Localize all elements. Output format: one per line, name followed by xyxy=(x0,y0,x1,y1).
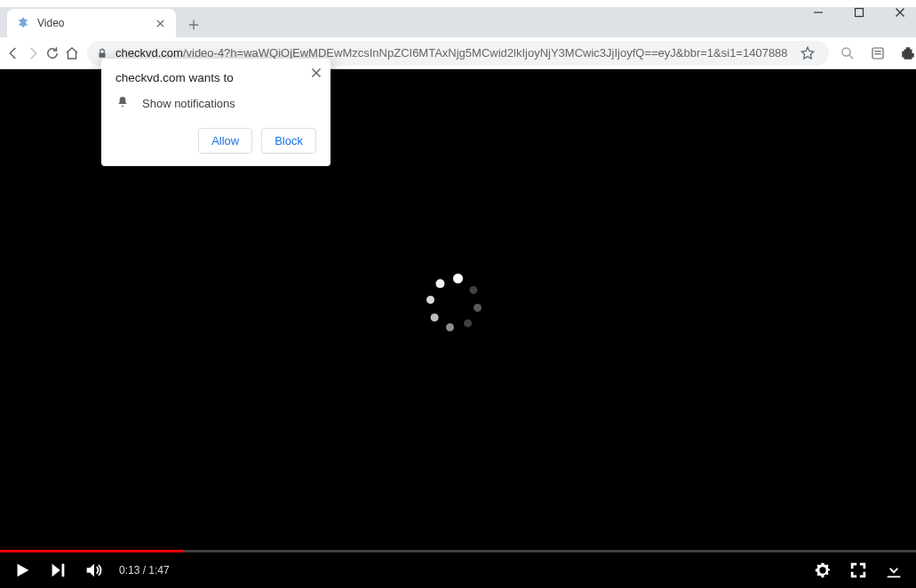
home-button[interactable] xyxy=(64,41,80,66)
url-domain: checkvd.com xyxy=(115,46,183,60)
bell-icon xyxy=(115,95,130,112)
download-button[interactable] xyxy=(884,560,904,580)
permission-item-row: Show notifications xyxy=(115,95,316,112)
fullscreen-button[interactable] xyxy=(848,560,868,580)
volume-button[interactable] xyxy=(84,560,103,580)
permission-title: checkvd.com wants to xyxy=(115,71,316,84)
play-button[interactable] xyxy=(12,560,32,580)
zoom-icon[interactable] xyxy=(836,42,859,65)
reader-mode-icon[interactable] xyxy=(866,42,889,65)
window-maximize-button[interactable] xyxy=(847,4,872,21)
loading-spinner-icon xyxy=(434,283,483,333)
window-titlebar xyxy=(0,0,916,7)
allow-button[interactable]: Allow xyxy=(198,128,252,154)
permission-actions: Allow Block xyxy=(115,128,316,154)
window-controls xyxy=(806,4,912,21)
permission-item-label: Show notifications xyxy=(142,97,235,110)
url-path: /video-4?h=waWQiOjEwMDEwMzcsInNpZCI6MTAx… xyxy=(183,46,788,60)
tab-title: Video xyxy=(37,17,146,29)
toolbar-right-icons xyxy=(836,42,916,65)
settings-gear-icon[interactable] xyxy=(813,560,832,580)
forward-button[interactable] xyxy=(25,41,41,66)
svg-rect-1 xyxy=(856,9,864,17)
lock-icon xyxy=(96,47,108,60)
window-minimize-button[interactable] xyxy=(806,4,831,21)
svg-rect-11 xyxy=(872,48,883,59)
tab-strip: Video xyxy=(0,7,916,37)
notification-permission-popup: checkvd.com wants to Show notifications … xyxy=(101,59,331,166)
svg-rect-8 xyxy=(100,52,106,57)
next-button[interactable] xyxy=(48,560,68,580)
bookmark-star-icon[interactable] xyxy=(795,41,820,66)
browser-tab[interactable]: Video xyxy=(7,9,176,37)
window-close-button[interactable] xyxy=(888,4,912,21)
extensions-icon[interactable] xyxy=(896,42,916,65)
reload-button[interactable] xyxy=(44,41,60,66)
tab-favicon-icon xyxy=(16,16,30,30)
tab-close-button[interactable] xyxy=(153,16,167,30)
video-controls: 0:13 / 1:47 xyxy=(0,552,916,588)
url-text: checkvd.com/video-4?h=waWQiOjEwMDEwMzcsI… xyxy=(115,46,788,60)
back-button[interactable] xyxy=(5,41,21,66)
block-button[interactable]: Block xyxy=(261,128,316,154)
svg-line-10 xyxy=(849,55,853,59)
new-tab-button[interactable] xyxy=(181,12,206,37)
svg-point-9 xyxy=(842,48,850,56)
time-display: 0:13 / 1:47 xyxy=(119,564,170,576)
permission-close-button[interactable] xyxy=(311,66,322,82)
